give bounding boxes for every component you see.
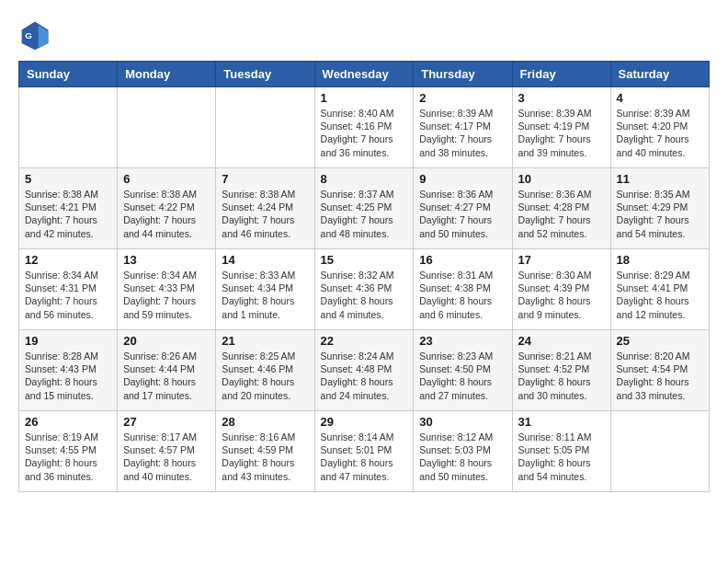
- day-number: 27: [123, 415, 210, 429]
- day-number: 17: [518, 253, 605, 267]
- calendar-cell: 11Sunrise: 8:35 AM Sunset: 4:29 PM Dayli…: [610, 168, 709, 249]
- day-number: 16: [419, 253, 506, 267]
- day-info: Sunrise: 8:34 AM Sunset: 4:33 PM Dayligh…: [123, 269, 210, 321]
- calendar-cell: 4Sunrise: 8:39 AM Sunset: 4:20 PM Daylig…: [610, 87, 709, 168]
- svg-text:G: G: [25, 30, 32, 40]
- calendar-cell: [19, 87, 118, 168]
- day-info: Sunrise: 8:37 AM Sunset: 4:25 PM Dayligh…: [321, 188, 408, 240]
- calendar-cell: 14Sunrise: 8:33 AM Sunset: 4:34 PM Dayli…: [216, 249, 314, 330]
- day-number: 13: [123, 253, 210, 267]
- day-info: Sunrise: 8:33 AM Sunset: 4:34 PM Dayligh…: [222, 269, 308, 321]
- calendar-header-row: SundayMondayTuesdayWednesdayThursdayFrid…: [19, 62, 710, 87]
- logo: G: [18, 18, 55, 52]
- calendar-cell: 22Sunrise: 8:24 AM Sunset: 4:48 PM Dayli…: [314, 330, 414, 411]
- day-info: Sunrise: 8:26 AM Sunset: 4:44 PM Dayligh…: [123, 350, 210, 402]
- day-header-monday: Monday: [118, 62, 216, 87]
- day-info: Sunrise: 8:38 AM Sunset: 4:24 PM Dayligh…: [222, 188, 308, 240]
- day-number: 25: [617, 334, 703, 348]
- calendar-cell: 18Sunrise: 8:29 AM Sunset: 4:41 PM Dayli…: [610, 249, 709, 330]
- calendar-cell: 5Sunrise: 8:38 AM Sunset: 4:21 PM Daylig…: [19, 168, 118, 249]
- calendar-cell: 15Sunrise: 8:32 AM Sunset: 4:36 PM Dayli…: [314, 249, 414, 330]
- calendar-cell: [118, 87, 216, 168]
- calendar-cell: 1Sunrise: 8:40 AM Sunset: 4:16 PM Daylig…: [314, 87, 414, 168]
- calendar-cell: 3Sunrise: 8:39 AM Sunset: 4:19 PM Daylig…: [512, 87, 610, 168]
- day-number: 22: [321, 334, 408, 348]
- day-info: Sunrise: 8:21 AM Sunset: 4:52 PM Dayligh…: [518, 350, 605, 402]
- day-header-thursday: Thursday: [414, 62, 512, 87]
- page-header: G: [18, 18, 710, 52]
- calendar-cell: 26Sunrise: 8:19 AM Sunset: 4:55 PM Dayli…: [19, 411, 118, 492]
- day-info: Sunrise: 8:39 AM Sunset: 4:17 PM Dayligh…: [419, 107, 506, 159]
- day-info: Sunrise: 8:38 AM Sunset: 4:22 PM Dayligh…: [123, 188, 210, 240]
- day-info: Sunrise: 8:11 AM Sunset: 5:05 PM Dayligh…: [518, 431, 605, 483]
- calendar-cell: 7Sunrise: 8:38 AM Sunset: 4:24 PM Daylig…: [216, 168, 314, 249]
- calendar-cell: 31Sunrise: 8:11 AM Sunset: 5:05 PM Dayli…: [512, 411, 610, 492]
- day-number: 11: [617, 172, 703, 186]
- week-row-1: 1Sunrise: 8:40 AM Sunset: 4:16 PM Daylig…: [19, 87, 710, 168]
- day-number: 10: [518, 172, 605, 186]
- day-header-wednesday: Wednesday: [314, 62, 414, 87]
- day-number: 19: [25, 334, 111, 348]
- day-info: Sunrise: 8:24 AM Sunset: 4:48 PM Dayligh…: [321, 350, 408, 402]
- day-info: Sunrise: 8:32 AM Sunset: 4:36 PM Dayligh…: [321, 269, 408, 321]
- day-number: 7: [222, 172, 308, 186]
- day-header-saturday: Saturday: [610, 62, 709, 87]
- calendar-cell: 2Sunrise: 8:39 AM Sunset: 4:17 PM Daylig…: [414, 87, 512, 168]
- day-number: 2: [419, 91, 506, 105]
- day-header-tuesday: Tuesday: [216, 62, 314, 87]
- day-number: 8: [321, 172, 408, 186]
- day-info: Sunrise: 8:36 AM Sunset: 4:27 PM Dayligh…: [419, 188, 506, 240]
- week-row-2: 5Sunrise: 8:38 AM Sunset: 4:21 PM Daylig…: [19, 168, 710, 249]
- day-info: Sunrise: 8:36 AM Sunset: 4:28 PM Dayligh…: [518, 188, 605, 240]
- calendar-body: 1Sunrise: 8:40 AM Sunset: 4:16 PM Daylig…: [19, 87, 710, 492]
- day-number: 28: [222, 415, 308, 429]
- calendar-cell: 17Sunrise: 8:30 AM Sunset: 4:39 PM Dayli…: [512, 249, 610, 330]
- logo-icon: G: [18, 18, 51, 52]
- day-number: 21: [222, 334, 308, 348]
- day-number: 6: [123, 172, 210, 186]
- calendar-cell: [216, 87, 314, 168]
- day-info: Sunrise: 8:35 AM Sunset: 4:29 PM Dayligh…: [617, 188, 703, 240]
- day-info: Sunrise: 8:38 AM Sunset: 4:21 PM Dayligh…: [25, 188, 111, 240]
- calendar-cell: 20Sunrise: 8:26 AM Sunset: 4:44 PM Dayli…: [118, 330, 216, 411]
- day-number: 12: [25, 253, 111, 267]
- calendar-cell: 9Sunrise: 8:36 AM Sunset: 4:27 PM Daylig…: [414, 168, 512, 249]
- calendar-cell: 6Sunrise: 8:38 AM Sunset: 4:22 PM Daylig…: [118, 168, 216, 249]
- day-number: 3: [518, 91, 605, 105]
- day-header-sunday: Sunday: [19, 62, 118, 87]
- day-info: Sunrise: 8:25 AM Sunset: 4:46 PM Dayligh…: [222, 350, 308, 402]
- day-info: Sunrise: 8:34 AM Sunset: 4:31 PM Dayligh…: [25, 269, 111, 321]
- calendar-cell: 25Sunrise: 8:20 AM Sunset: 4:54 PM Dayli…: [610, 330, 709, 411]
- svg-marker-1: [39, 25, 49, 48]
- day-number: 15: [321, 253, 408, 267]
- calendar-cell: 10Sunrise: 8:36 AM Sunset: 4:28 PM Dayli…: [512, 168, 610, 249]
- day-number: 18: [617, 253, 703, 267]
- calendar-cell: 16Sunrise: 8:31 AM Sunset: 4:38 PM Dayli…: [414, 249, 512, 330]
- day-info: Sunrise: 8:19 AM Sunset: 4:55 PM Dayligh…: [25, 431, 111, 483]
- day-info: Sunrise: 8:30 AM Sunset: 4:39 PM Dayligh…: [518, 269, 605, 321]
- calendar-cell: [610, 411, 709, 492]
- week-row-3: 12Sunrise: 8:34 AM Sunset: 4:31 PM Dayli…: [19, 249, 710, 330]
- calendar-cell: 13Sunrise: 8:34 AM Sunset: 4:33 PM Dayli…: [118, 249, 216, 330]
- day-number: 26: [25, 415, 111, 429]
- week-row-4: 19Sunrise: 8:28 AM Sunset: 4:43 PM Dayli…: [19, 330, 710, 411]
- day-number: 29: [321, 415, 408, 429]
- day-number: 4: [617, 91, 703, 105]
- day-info: Sunrise: 8:40 AM Sunset: 4:16 PM Dayligh…: [321, 107, 408, 159]
- calendar-cell: 23Sunrise: 8:23 AM Sunset: 4:50 PM Dayli…: [414, 330, 512, 411]
- day-number: 24: [518, 334, 605, 348]
- calendar-cell: 27Sunrise: 8:17 AM Sunset: 4:57 PM Dayli…: [118, 411, 216, 492]
- day-info: Sunrise: 8:17 AM Sunset: 4:57 PM Dayligh…: [123, 431, 210, 483]
- calendar-cell: 28Sunrise: 8:16 AM Sunset: 4:59 PM Dayli…: [216, 411, 314, 492]
- day-info: Sunrise: 8:14 AM Sunset: 5:01 PM Dayligh…: [321, 431, 408, 483]
- day-info: Sunrise: 8:31 AM Sunset: 4:38 PM Dayligh…: [419, 269, 506, 321]
- calendar-cell: 30Sunrise: 8:12 AM Sunset: 5:03 PM Dayli…: [414, 411, 512, 492]
- day-number: 23: [419, 334, 506, 348]
- day-number: 31: [518, 415, 605, 429]
- day-number: 5: [25, 172, 111, 186]
- day-info: Sunrise: 8:39 AM Sunset: 4:20 PM Dayligh…: [617, 107, 703, 159]
- day-info: Sunrise: 8:12 AM Sunset: 5:03 PM Dayligh…: [419, 431, 506, 483]
- calendar-cell: 29Sunrise: 8:14 AM Sunset: 5:01 PM Dayli…: [314, 411, 414, 492]
- day-number: 9: [419, 172, 506, 186]
- calendar-cell: 21Sunrise: 8:25 AM Sunset: 4:46 PM Dayli…: [216, 330, 314, 411]
